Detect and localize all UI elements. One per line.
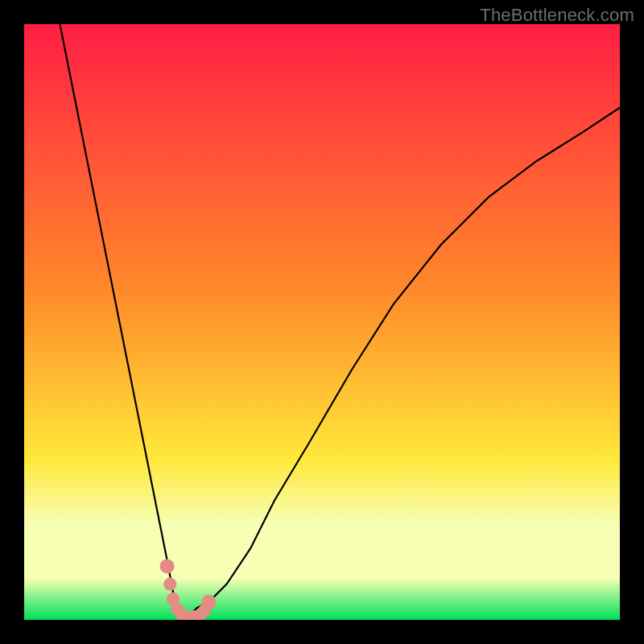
- marker-dot: [160, 559, 175, 573]
- chart-root: TheBottleneck.com: [0, 0, 644, 644]
- watermark-text: TheBottleneck.com: [480, 5, 634, 26]
- marker-dot: [163, 578, 176, 591]
- marker-dot: [201, 595, 216, 609]
- chart-svg: [24, 24, 620, 620]
- chart-plot-area: [24, 24, 620, 620]
- gradient-background: [24, 24, 620, 620]
